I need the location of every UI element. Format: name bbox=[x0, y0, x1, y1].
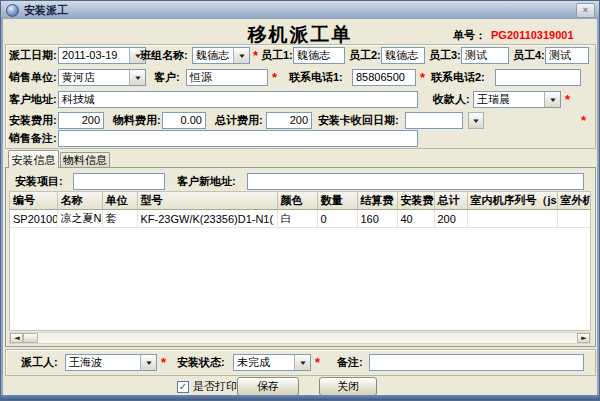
column-header[interactable]: 单位 bbox=[102, 192, 137, 210]
dispatch-date-combobox[interactable]: 2011-03-19 ▼ bbox=[58, 47, 146, 64]
combo-value: 王瑞晨 bbox=[477, 93, 510, 105]
combo-value: 未完成 bbox=[237, 356, 270, 368]
dropdown-button[interactable]: ▼ bbox=[544, 92, 560, 107]
column-header[interactable]: 结算费 bbox=[357, 192, 397, 210]
required-marker: * bbox=[315, 354, 320, 371]
chevron-down-icon: ▼ bbox=[472, 118, 481, 124]
save-button[interactable]: 保存 bbox=[237, 377, 299, 396]
card-return-date-input[interactable] bbox=[405, 112, 463, 129]
table-cell: SP2010042 bbox=[10, 210, 57, 228]
table-cell: KF-23GW/K(23356)D1-N1( bbox=[137, 210, 277, 228]
employee1-label: 员工1: bbox=[261, 47, 293, 64]
column-header[interactable]: 安装费 bbox=[397, 192, 434, 210]
dropdown-button[interactable]: ▼ bbox=[294, 355, 310, 370]
payee-combobox[interactable]: 王瑞晨 ▼ bbox=[473, 91, 561, 108]
titlebar-close-button[interactable]: × bbox=[576, 3, 595, 18]
scrollbar-thumb[interactable] bbox=[23, 333, 38, 343]
dropdown-button[interactable]: ▼ bbox=[129, 70, 145, 85]
column-header[interactable]: 型号 bbox=[137, 192, 277, 210]
chevron-down-icon: ▼ bbox=[548, 97, 557, 103]
scroll-right-button[interactable]: ► bbox=[577, 333, 590, 343]
employee2-label: 员工2: bbox=[349, 47, 381, 64]
table-cell: 40 bbox=[397, 210, 434, 228]
table-row[interactable]: SP2010042 凉之夏N1 套 KF-23GW/K(23356)D1-N1(… bbox=[10, 210, 591, 228]
dispatcher-combobox[interactable]: 王海波 ▼ bbox=[65, 354, 157, 371]
order-number: 单号：PG20110319001 bbox=[453, 28, 574, 43]
card-return-date-label: 安装卡收回日期: bbox=[318, 112, 399, 129]
column-header[interactable]: 颜色 bbox=[277, 192, 317, 210]
dropdown-button[interactable]: ▼ bbox=[233, 48, 249, 63]
app-window: 安装派工 × 移机派工单 单号：PG20110319001 派工日期: 2011… bbox=[0, 0, 600, 401]
phone2-input[interactable] bbox=[495, 69, 581, 86]
dispatch-date-label: 派工日期: bbox=[9, 47, 57, 64]
employee1-input[interactable]: 魏德志 bbox=[293, 47, 345, 64]
install-status-label: 安装状态: bbox=[177, 354, 225, 371]
note-input[interactable] bbox=[369, 354, 584, 371]
table-cell: 白 bbox=[277, 210, 317, 228]
titlebar: 安装派工 bbox=[1, 1, 599, 19]
install-fee-input[interactable]: 200 bbox=[58, 112, 104, 129]
material-fee-label: 物料费用: bbox=[113, 112, 161, 129]
combo-value: 2011-03-19 bbox=[62, 49, 117, 61]
table-cell: 凉之夏N1 bbox=[57, 210, 102, 228]
tab-material-info[interactable]: 物料信息 bbox=[60, 152, 110, 168]
dropdown-button[interactable]: ▼ bbox=[140, 355, 156, 370]
combo-value: 魏德志 bbox=[196, 49, 229, 61]
tab-install-info[interactable]: 安装信息 bbox=[8, 150, 59, 168]
employee4-input[interactable]: 测试 bbox=[545, 47, 589, 64]
check-icon: ✓ bbox=[179, 382, 187, 392]
table-horizontal-scrollbar[interactable]: ◄ ► bbox=[9, 332, 591, 344]
table-header-row: 编号 名称 单位 型号 颜色 数量 结算费 安装费 总计 室内机序列号（js） … bbox=[10, 192, 591, 210]
install-project-input[interactable] bbox=[73, 173, 165, 190]
table-cell bbox=[557, 210, 591, 228]
material-fee-input[interactable]: 0.00 bbox=[162, 112, 206, 129]
table-cell bbox=[467, 210, 557, 228]
payee-label: 收款人: bbox=[433, 91, 470, 108]
chevron-down-icon: ▼ bbox=[144, 360, 153, 366]
employee2-input[interactable]: 魏德志 bbox=[381, 47, 425, 64]
column-header[interactable]: 室内机序列号（js） bbox=[467, 192, 557, 210]
phone1-input[interactable]: 85806500 bbox=[352, 69, 416, 86]
required-marker: * bbox=[565, 91, 570, 108]
team-name-combobox[interactable]: 魏德志 ▼ bbox=[192, 47, 250, 64]
install-status-combobox[interactable]: 未完成 ▼ bbox=[233, 354, 311, 371]
sales-note-input[interactable] bbox=[58, 130, 418, 147]
sales-unit-combobox[interactable]: 黄河店 ▼ bbox=[58, 69, 146, 86]
items-table: 编号 名称 单位 型号 颜色 数量 结算费 安装费 总计 室内机序列号（js） … bbox=[9, 191, 591, 331]
table-cell: 0 bbox=[317, 210, 357, 228]
new-address-input[interactable] bbox=[247, 173, 584, 190]
customer-address-input[interactable]: 科技城 bbox=[58, 91, 418, 108]
sales-unit-label: 销售单位: bbox=[9, 69, 57, 86]
chevron-down-icon: ▼ bbox=[237, 53, 246, 59]
order-number-label: 单号： bbox=[453, 29, 486, 41]
table-cell: 200 bbox=[434, 210, 467, 228]
checkbox-icon: ✓ bbox=[177, 381, 189, 393]
table-cell: 套 bbox=[102, 210, 137, 228]
scroll-left-icon: ◄ bbox=[12, 335, 21, 341]
column-header[interactable]: 室外机序列号（ bbox=[557, 192, 591, 210]
employee3-label: 员工3: bbox=[429, 47, 461, 64]
customer-input[interactable]: 恒源 bbox=[186, 69, 268, 86]
column-header[interactable]: 编号 bbox=[10, 192, 57, 210]
required-marker: * bbox=[253, 47, 258, 64]
scroll-left-button[interactable]: ◄ bbox=[10, 333, 23, 343]
column-header[interactable]: 总计 bbox=[434, 192, 467, 210]
card-return-date-dropdown-button[interactable]: ▼ bbox=[468, 112, 484, 129]
customer-label: 客户: bbox=[154, 69, 180, 86]
column-header[interactable]: 数量 bbox=[317, 192, 357, 210]
combo-value: 王海波 bbox=[69, 356, 102, 368]
chevron-down-icon: ▼ bbox=[298, 360, 307, 366]
install-fee-label: 安装费用: bbox=[9, 112, 57, 129]
print-checkbox[interactable]: ✓ 是否打印 bbox=[177, 379, 237, 394]
total-fee-label: 总计费用: bbox=[215, 112, 263, 129]
scroll-right-icon: ► bbox=[579, 335, 588, 341]
required-marker: * bbox=[272, 69, 277, 86]
employee4-label: 员工4: bbox=[513, 47, 545, 64]
employee3-input[interactable]: 测试 bbox=[461, 47, 509, 64]
note-label: 备注: bbox=[337, 354, 363, 371]
close-button[interactable]: 关闭 bbox=[319, 377, 377, 396]
column-header[interactable]: 名称 bbox=[57, 192, 102, 210]
app-icon bbox=[6, 4, 19, 17]
combo-value: 黄河店 bbox=[62, 71, 95, 83]
total-fee-input[interactable]: 200 bbox=[266, 112, 312, 129]
